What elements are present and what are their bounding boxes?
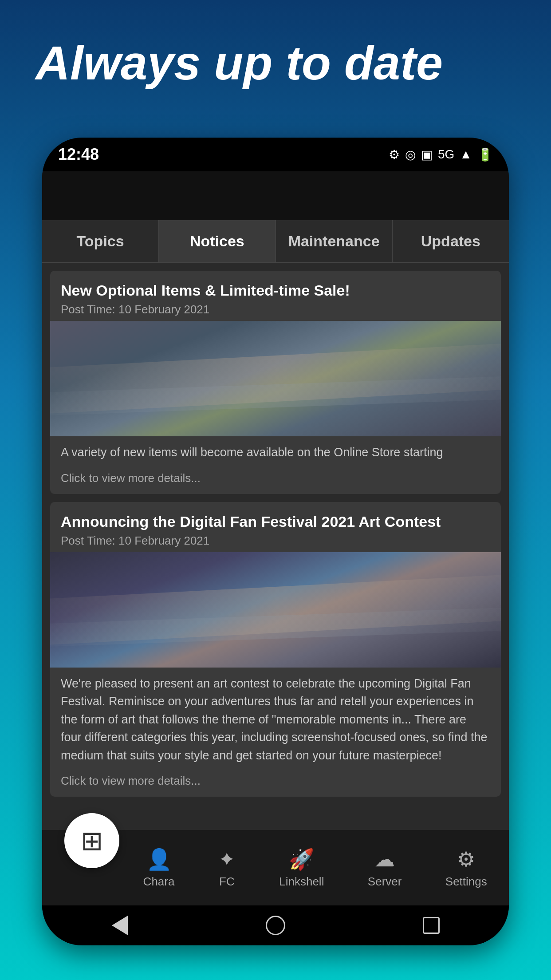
system-nav (42, 905, 509, 945)
signal-icon: ▲ (460, 147, 472, 162)
fab-icon: ⊞ (81, 825, 103, 856)
nav-fc[interactable]: ✦ FC (218, 847, 236, 889)
sd-icon: ▣ (421, 147, 433, 162)
status-time: 12:48 (58, 145, 99, 164)
post-1-time: Post Time: 10 February 2021 (61, 303, 490, 316)
home-button[interactable] (262, 912, 289, 939)
post-1-title: New Optional Items & Limited-time Sale! (61, 281, 490, 300)
post-card-2[interactable]: Announcing the Digital Fan Festival 2021… (50, 502, 501, 797)
post-1-readmore[interactable]: Click to view more details... (50, 469, 501, 494)
recents-icon (423, 917, 440, 934)
tab-topics[interactable]: Topics (42, 220, 159, 262)
phone-frame: 12:48 ⚙ ◎ ▣ 5G ▲ 🔋 Topics Notices Mainte… (42, 138, 509, 945)
tab-bar: Topics Notices Maintenance Updates (42, 220, 509, 263)
tab-updates[interactable]: Updates (393, 220, 509, 262)
network-label: 5G (438, 147, 454, 162)
post-2-body: We're pleased to present an art contest … (50, 668, 501, 772)
server-icon: ☁ (374, 847, 395, 871)
post-card-1-header: New Optional Items & Limited-time Sale! … (50, 271, 501, 321)
status-bar: 12:48 ⚙ ◎ ▣ 5G ▲ 🔋 (42, 138, 509, 171)
settings-label: Settings (445, 875, 487, 889)
nav-chara[interactable]: 👤 Chara (143, 847, 175, 889)
post-2-title: Announcing the Digital Fan Festival 2021… (61, 512, 490, 531)
post-2-time: Post Time: 10 February 2021 (61, 534, 490, 548)
linkshell-icon: 🚀 (289, 847, 314, 871)
fab-button[interactable]: ⊞ (64, 813, 119, 868)
post-2-image (50, 552, 501, 668)
nav-settings[interactable]: ⚙ Settings (445, 847, 487, 889)
post-card-1[interactable]: New Optional Items & Limited-time Sale! … (50, 271, 501, 494)
home-icon (266, 916, 285, 935)
battery-icon: 🔋 (477, 147, 493, 162)
tab-maintenance[interactable]: Maintenance (276, 220, 393, 262)
tab-notices[interactable]: Notices (159, 220, 276, 262)
bottom-nav: ⊞ 👤 Chara ✦ FC 🚀 Linkshell ☁ Server ⚙ Se… (42, 830, 509, 905)
chara-label: Chara (143, 875, 175, 889)
fc-label: FC (219, 875, 235, 889)
recents-button[interactable] (418, 912, 445, 939)
linkshell-label: Linkshell (279, 875, 324, 889)
fc-icon: ✦ (218, 847, 236, 871)
nav-server[interactable]: ☁ Server (368, 847, 402, 889)
nav-linkshell[interactable]: 🚀 Linkshell (279, 847, 324, 889)
circle-icon: ◎ (405, 147, 416, 162)
content-area: New Optional Items & Limited-time Sale! … (42, 263, 509, 830)
post-1-image (50, 321, 501, 436)
server-label: Server (368, 875, 402, 889)
post-1-body: A variety of new items will become avail… (50, 436, 501, 469)
status-icons: ⚙ ◎ ▣ 5G ▲ 🔋 (389, 147, 493, 162)
chara-icon: 👤 (146, 847, 172, 871)
hero-title: Always up to date (35, 36, 516, 91)
post-card-2-header: Announcing the Digital Fan Festival 2021… (50, 502, 501, 552)
app-header (42, 171, 509, 220)
settings-icon: ⚙ (389, 147, 400, 162)
settings-nav-icon: ⚙ (457, 847, 475, 871)
post-2-readmore[interactable]: Click to view more details... (50, 771, 501, 797)
back-icon (112, 916, 128, 935)
back-button[interactable] (106, 912, 133, 939)
